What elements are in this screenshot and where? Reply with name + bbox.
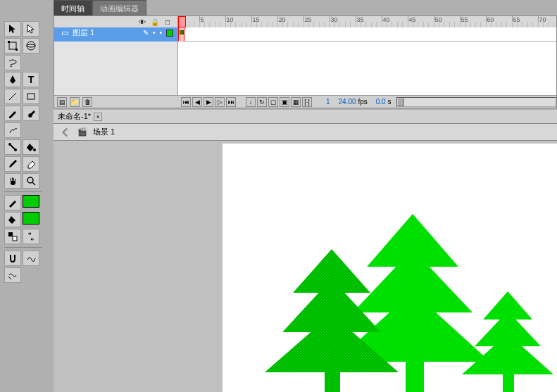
svg-point-11 — [27, 177, 33, 183]
timeline-scrollbar[interactable] — [396, 97, 556, 107]
close-document-button[interactable]: × — [94, 113, 102, 121]
time-label: s — [387, 98, 391, 106]
onion-skin-button[interactable]: ▢ — [268, 97, 278, 107]
ruler-tick: 5 — [199, 16, 204, 27]
scene-icon: 🎬 — [77, 127, 87, 137]
canvas[interactable] — [223, 144, 557, 392]
rectangle-tool[interactable] — [23, 89, 39, 104]
back-button[interactable] — [59, 126, 72, 139]
smooth-tool[interactable] — [23, 251, 39, 266]
svg-line-5 — [9, 93, 16, 100]
layer-icon: ▭ — [61, 28, 68, 37]
pencil-tool[interactable] — [4, 106, 21, 121]
ruler-tick: 50 — [434, 16, 442, 27]
last-frame-button[interactable]: ⏭ — [226, 97, 236, 107]
swap-colors-tool[interactable] — [23, 229, 39, 244]
prev-frame-button[interactable]: ◀ — [192, 97, 202, 107]
ruler-tick: 70 — [538, 16, 546, 27]
ruler-tick: 25 — [303, 16, 312, 27]
hand-tool[interactable] — [4, 173, 21, 189]
edit-multi-button[interactable]: ▦ — [291, 97, 301, 107]
loop-button[interactable]: ↻ — [257, 97, 267, 107]
stroke-color-swatch[interactable] — [23, 195, 39, 208]
svg-line-12 — [32, 182, 35, 185]
fps-label: fps — [358, 98, 367, 106]
fill-color-swatch[interactable] — [23, 212, 39, 225]
fill-color-icon[interactable] — [4, 212, 21, 227]
toolbox: T — [4, 21, 42, 284]
ruler-tick: 60 — [486, 16, 494, 27]
text-tool[interactable]: T — [23, 72, 39, 87]
delete-layer-button[interactable]: 🗑 — [82, 97, 92, 107]
ruler-tick: 10 — [225, 16, 234, 27]
ruler-tick: 55 — [460, 16, 468, 27]
ruler-tick: 45 — [408, 16, 416, 27]
ruler-tick: 65 — [512, 16, 520, 27]
straighten-tool[interactable] — [4, 267, 21, 283]
frame-ruler[interactable]: 1510152025303540455055606570 — [178, 16, 556, 27]
scene-bar: 🎬 场景 1 — [54, 124, 557, 141]
outline-icon[interactable]: □ — [163, 18, 172, 26]
selection-tool[interactable] — [4, 21, 21, 37]
subselection-tool[interactable] — [23, 21, 39, 37]
paint-bucket-tool[interactable] — [23, 139, 39, 155]
first-frame-button[interactable]: ⏮ — [181, 97, 191, 107]
new-folder-button[interactable]: 📁 — [70, 97, 80, 107]
free-transform-tool[interactable] — [4, 38, 21, 53]
layer-outline-box[interactable] — [166, 30, 173, 37]
tree-shape-small[interactable] — [462, 291, 553, 392]
center-frame-button[interactable]: ↓ — [246, 97, 256, 107]
3d-rotation-tool[interactable] — [23, 38, 39, 53]
zoom-tool[interactable] — [23, 173, 39, 189]
new-layer-button[interactable]: ▤ — [57, 97, 67, 107]
tree-shape-front[interactable] — [265, 249, 399, 392]
svg-rect-6 — [27, 94, 35, 99]
deco-tool[interactable] — [4, 122, 21, 138]
next-frame-button[interactable]: ▷ — [215, 97, 225, 107]
lasso-tool[interactable] — [4, 55, 21, 70]
line-tool[interactable] — [4, 89, 21, 104]
document-tab[interactable]: 未命名-1* — [58, 111, 91, 122]
pen-tool[interactable] — [4, 72, 21, 87]
document-tab-bar: 未命名-1* × — [54, 110, 557, 124]
stroke-color-icon[interactable] — [4, 195, 21, 210]
layer-lock-dot[interactable]: • — [159, 29, 162, 37]
ruler-tick: 20 — [277, 16, 286, 27]
time-value: 0.0 — [376, 98, 386, 106]
tab-motion-editor[interactable]: 动画编辑器 — [92, 0, 146, 15]
svg-rect-2 — [15, 49, 18, 51]
layer-edit-icon[interactable]: ✎ — [143, 29, 149, 37]
black-white-tool[interactable] — [4, 229, 21, 244]
svg-rect-14 — [13, 236, 17, 241]
svg-marker-28 — [265, 314, 399, 372]
svg-point-3 — [27, 42, 35, 50]
onion-outline-button[interactable]: ▣ — [280, 97, 289, 107]
playhead[interactable] — [178, 27, 184, 41]
brush-tool[interactable] — [23, 106, 39, 121]
ruler-tick: 35 — [356, 16, 364, 27]
panel-tabs: 时间轴 动画编辑器 — [54, 0, 146, 15]
lock-icon[interactable]: 🔒 — [151, 18, 159, 26]
visibility-icon[interactable]: 👁 — [138, 18, 146, 26]
current-frame: 1 — [326, 98, 330, 106]
svg-rect-1 — [8, 41, 10, 43]
snap-tool[interactable] — [4, 251, 21, 266]
svg-line-8 — [11, 145, 15, 149]
svg-rect-13 — [8, 232, 13, 236]
svg-marker-21 — [462, 334, 553, 374]
scene-name[interactable]: 场景 1 — [93, 127, 115, 137]
play-button[interactable]: ▶ — [204, 97, 213, 107]
eyedropper-tool[interactable] — [4, 156, 21, 172]
layer-row[interactable]: ▭ 图层 1 ✎ • • — [54, 27, 556, 42]
layer-frames[interactable] — [178, 27, 556, 42]
marker-button[interactable]: [·] — [302, 97, 312, 107]
ruler-tick: 15 — [251, 16, 260, 27]
svg-rect-29 — [325, 367, 340, 392]
layer-vis-dot[interactable]: • — [153, 29, 156, 37]
eraser-tool[interactable] — [23, 156, 39, 172]
svg-point-9 — [14, 148, 17, 151]
timeline-panel: 👁 🔒 □ 1510152025303540455055606570 ▭ 图层 … — [54, 15, 557, 108]
stage-area[interactable] — [54, 141, 557, 392]
bone-tool[interactable] — [4, 139, 21, 155]
tab-timeline[interactable]: 时间轴 — [54, 0, 92, 15]
